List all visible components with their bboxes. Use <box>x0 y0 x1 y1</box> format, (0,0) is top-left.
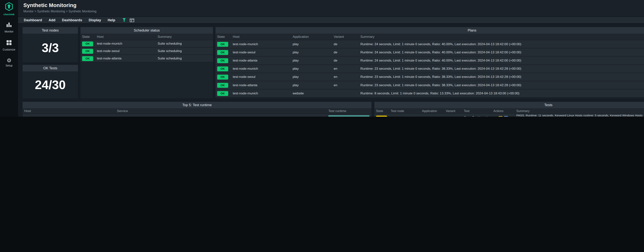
variant-cell: de <box>334 59 360 62</box>
summary-cell: PASS, Runtime: 11 seconds, Keyword Linux… <box>516 114 644 117</box>
summary-cell: Suite scheduling <box>158 49 213 53</box>
column-header: Variant <box>446 109 464 112</box>
column-header: State <box>82 35 97 38</box>
state-cell: OK <box>217 66 233 71</box>
summary-cell: Runtime: 23 seconds, Limit: 1 minute 0 s… <box>360 75 644 79</box>
actions-cell <box>493 116 516 117</box>
panel-title: Test nodes <box>22 27 78 34</box>
state-cell: OK <box>217 74 233 79</box>
top5-row: test-node-seoulRMK play_de Test: Tests: … <box>22 114 372 117</box>
app-root: checkmk Monitor Customize <box>0 0 644 117</box>
ok-tests-count[interactable]: 24/30 <box>22 71 78 99</box>
panel-title: Tests <box>374 102 644 108</box>
checkmk-wordmark: checkmk <box>4 13 15 15</box>
column-header: Service <box>117 109 328 113</box>
summary-cell: Runtime: 23 seconds, Limit: 1 minute 0 s… <box>360 67 644 70</box>
state-badge[interactable]: OK <box>217 91 228 96</box>
state-badge[interactable]: OK <box>217 66 228 71</box>
panel-title: Scheduler status <box>80 27 213 34</box>
application-cell: play <box>293 59 334 62</box>
menu-display[interactable]: Display <box>85 18 104 22</box>
summary-cell: Runtime: 23 seconds, Limit: 1 minute 0 s… <box>360 83 644 87</box>
column-header: State <box>376 109 391 112</box>
state-badge[interactable]: OK <box>217 58 228 63</box>
state-badge[interactable]: OK <box>82 56 93 61</box>
host-link[interactable]: test-node-seoul <box>24 116 117 117</box>
column-header: State <box>217 35 233 38</box>
state-badge[interactable]: OK <box>217 42 228 46</box>
menu-dashboard[interactable]: Dashboard <box>20 18 45 22</box>
scheduler-row: OKtest-node-seoulSuite scheduling <box>80 48 213 55</box>
service-graph-icon[interactable] <box>498 116 503 117</box>
sidebar-item-setup[interactable]: ⚙ Setup <box>3 58 15 67</box>
layout-icon[interactable] <box>130 18 134 22</box>
column-header: Application <box>293 35 334 38</box>
scheduler-row: OKtest-node-atlantaSuite scheduling <box>80 55 213 62</box>
column-header: Test node <box>391 109 422 112</box>
state-cell: OK <box>82 56 97 61</box>
host-link[interactable]: test-node-seoul <box>233 50 293 54</box>
state-cell: OK <box>217 58 233 63</box>
host-link[interactable]: test-node-seoul <box>233 75 293 79</box>
state-cell: OK <box>217 42 233 46</box>
sidebar-item-customize[interactable]: Customize <box>3 40 15 51</box>
runtime-bar[interactable]: 10.51 s <box>328 115 370 117</box>
panel-top5-test-runtime: Top 5: Test runtime HostServiceTest runt… <box>22 102 372 117</box>
variant-cell: en <box>334 83 360 87</box>
host-link[interactable]: test-node-atlanta <box>233 83 293 87</box>
column-header: Host <box>97 35 158 38</box>
open-service-menu-icon[interactable] <box>493 116 498 117</box>
variant-cell: de <box>334 50 360 54</box>
summary-cell: Suite scheduling <box>158 42 213 45</box>
state-badge[interactable]: OK <box>82 49 93 53</box>
column-header: Variant <box>334 35 360 38</box>
application-cell: play <box>293 50 334 54</box>
application-cell: play <box>293 75 334 79</box>
state-badge[interactable]: WARN <box>376 116 387 117</box>
column-header: Actions <box>493 109 516 112</box>
plans-row: OKtest-node-munichplaydeRuntime: 24 seco… <box>216 40 644 48</box>
column-header: Test runtime <box>328 109 371 113</box>
panel-scheduler-status: Scheduler status StateHostSummaryOKtest-… <box>80 27 213 99</box>
table-header-row: HostServiceTest runtime <box>22 108 372 114</box>
host-link[interactable]: test-node-atlanta <box>233 59 293 62</box>
state-badge[interactable]: OK <box>217 50 228 55</box>
test-nodes-count[interactable]: 3/3 <box>22 34 78 62</box>
panel-title: Top 5: Test runtime <box>22 102 372 108</box>
menu-dashboards[interactable]: Dashboards <box>59 18 86 22</box>
state-badge[interactable]: OK <box>82 41 93 46</box>
menu-add[interactable]: Add <box>45 18 58 22</box>
test-node-link[interactable]: test-node-munich <box>391 116 422 117</box>
test-link[interactable]: Open Dashboards <box>464 116 494 117</box>
panel-title: OK Tests <box>22 65 78 71</box>
filter-icon[interactable] <box>122 18 126 22</box>
state-cell: OK <box>82 41 97 46</box>
host-link[interactable]: test-node-atlanta <box>97 57 158 60</box>
sidebar-item-label: Customize <box>3 48 15 51</box>
checkmk-logo[interactable]: checkmk <box>4 2 15 15</box>
state-cell: WARN <box>376 116 391 117</box>
customize-icon <box>6 40 12 47</box>
plans-row: OKtest-node-seoulplayenRuntime: 23 secon… <box>216 73 644 81</box>
column-header: Summary <box>158 35 213 38</box>
tests-table: StateTest nodeApplicationVariantTestActi… <box>374 108 644 117</box>
column-header: Host <box>233 35 293 38</box>
panel-plans: Plans StateHostApplicationVariantSummary… <box>216 27 644 99</box>
state-badge[interactable]: OK <box>217 83 228 88</box>
host-link[interactable]: test-node-munich <box>233 91 293 95</box>
plans-row: OKtest-node-seoulplaydeRuntime: 24 secon… <box>216 48 644 57</box>
service-link[interactable]: RMK play_de Test: Tests: Open Dashboards <box>117 116 328 117</box>
state-badge[interactable]: OK <box>217 74 228 79</box>
application-cell: website <box>293 91 334 95</box>
service-log-icon[interactable] <box>504 116 508 117</box>
host-link[interactable]: test-node-munich <box>97 42 158 45</box>
column-header: Host <box>24 109 117 113</box>
host-link[interactable]: test-node-seoul <box>97 49 158 53</box>
sidebar-item-monitor[interactable]: Monitor <box>3 22 15 33</box>
plans-table: StateHostApplicationVariantSummaryOKtest… <box>216 34 644 98</box>
menu-help[interactable]: Help <box>104 18 118 22</box>
host-link[interactable]: test-node-munich <box>233 42 293 46</box>
table-header-row: StateHostApplicationVariantSummary <box>216 34 644 40</box>
panel-ok-tests: OK Tests 24/30 <box>22 65 78 98</box>
host-link[interactable]: test-node-munich <box>233 67 293 70</box>
